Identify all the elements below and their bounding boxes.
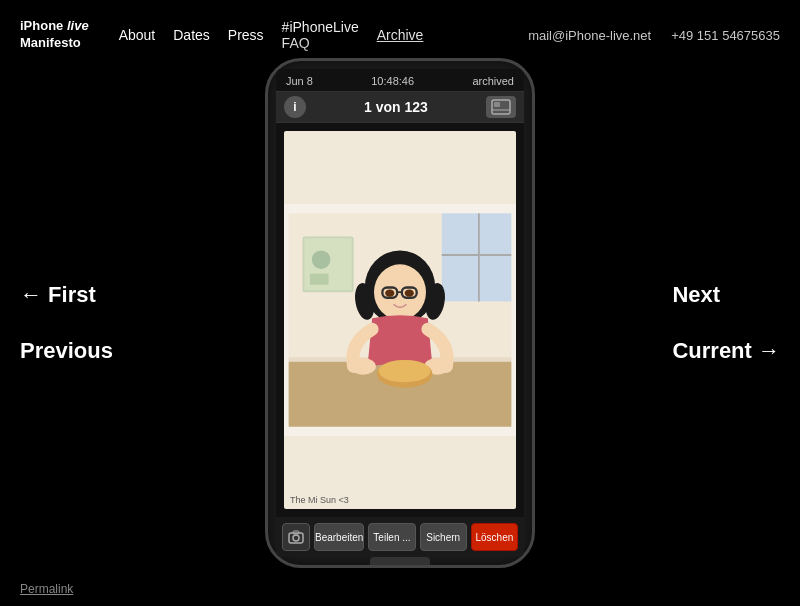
svg-rect-29: [284, 209, 288, 432]
next-label: Next: [672, 282, 720, 308]
current-label: Current →: [672, 338, 780, 364]
loeschen-label: Löschen: [475, 532, 513, 543]
svg-point-10: [312, 250, 331, 269]
svg-rect-1: [494, 102, 500, 107]
phone-device: Jun 8 10:48:46 archived i 1 von 123: [265, 58, 535, 568]
photo-time: 10:48:46: [371, 75, 414, 87]
archived-status: archived: [472, 75, 514, 87]
info-icon[interactable]: i: [284, 96, 306, 118]
header-contact: mail@iPhone-live.net +49 151 54675635: [528, 28, 780, 43]
svg-rect-30: [512, 209, 516, 432]
sichern-label: Sichern: [426, 532, 460, 543]
photo-date: Jun 8: [286, 75, 313, 87]
right-navigation: Next Current →: [672, 282, 780, 364]
previous-label: Previous: [20, 338, 113, 364]
camera-button[interactable]: [282, 523, 310, 551]
hashtag-label: #iPhoneLive: [282, 19, 359, 35]
permalink-label: Permalink: [20, 582, 73, 596]
teilen-label: Teilen ...: [373, 532, 410, 543]
svg-point-22: [350, 358, 376, 375]
svg-rect-27: [284, 209, 516, 213]
svg-rect-11: [310, 274, 329, 285]
sichern-button[interactable]: Sichern: [420, 523, 467, 551]
main-nav: About Dates Press #iPhoneLive FAQ Archiv…: [119, 19, 509, 51]
photo-display: The Mi Sun <3: [284, 131, 516, 509]
phone-status-bar: Jun 8 10:48:46 archived: [276, 69, 524, 91]
logo-text-italic: live: [67, 18, 89, 33]
phone-home-button[interactable]: [370, 557, 430, 565]
svg-point-21: [405, 289, 414, 296]
permalink-link[interactable]: Permalink: [20, 582, 73, 596]
svg-point-20: [385, 289, 394, 296]
photo-counter-bar: i 1 von 123: [276, 91, 524, 123]
left-navigation: ← First Previous: [20, 282, 113, 364]
nav-faq[interactable]: #iPhoneLive FAQ: [282, 19, 359, 51]
logo-text-2: Manifesto: [20, 35, 81, 50]
nav-archive[interactable]: Archive: [377, 27, 424, 43]
bearbeiten-label: Bearbeiten: [315, 532, 363, 543]
photo-caption: The Mi Sun <3: [290, 495, 349, 505]
logo-text-1: iPhone: [20, 18, 67, 33]
contact-phone: +49 151 54675635: [671, 28, 780, 43]
photo-counter: 1 von 123: [364, 99, 428, 115]
current-button[interactable]: Current →: [672, 338, 780, 364]
svg-point-25: [379, 360, 431, 382]
next-button[interactable]: Next: [672, 282, 780, 308]
faq-label: FAQ: [282, 35, 310, 51]
gallery-icon[interactable]: [486, 96, 516, 118]
site-logo[interactable]: iPhone live Manifesto: [20, 18, 89, 52]
loeschen-button[interactable]: Löschen: [471, 523, 518, 551]
teilen-button[interactable]: Teilen ...: [368, 523, 415, 551]
phone-action-bar: Bearbeiten Teilen ... Sichern Löschen: [276, 517, 524, 557]
nav-about[interactable]: About: [119, 27, 156, 43]
nav-dates[interactable]: Dates: [173, 27, 210, 43]
svg-rect-28: [284, 428, 516, 432]
first-label: ← First: [20, 282, 96, 308]
previous-button[interactable]: Previous: [20, 338, 113, 364]
first-button[interactable]: ← First: [20, 282, 113, 308]
svg-point-32: [293, 535, 299, 541]
contact-email: mail@iPhone-live.net: [528, 28, 651, 43]
bearbeiten-button[interactable]: Bearbeiten: [314, 523, 364, 551]
phone-mockup: Jun 8 10:48:46 archived i 1 von 123: [265, 58, 535, 568]
nav-press[interactable]: Press: [228, 27, 264, 43]
phone-screen: Jun 8 10:48:46 archived i 1 von 123: [276, 69, 524, 557]
